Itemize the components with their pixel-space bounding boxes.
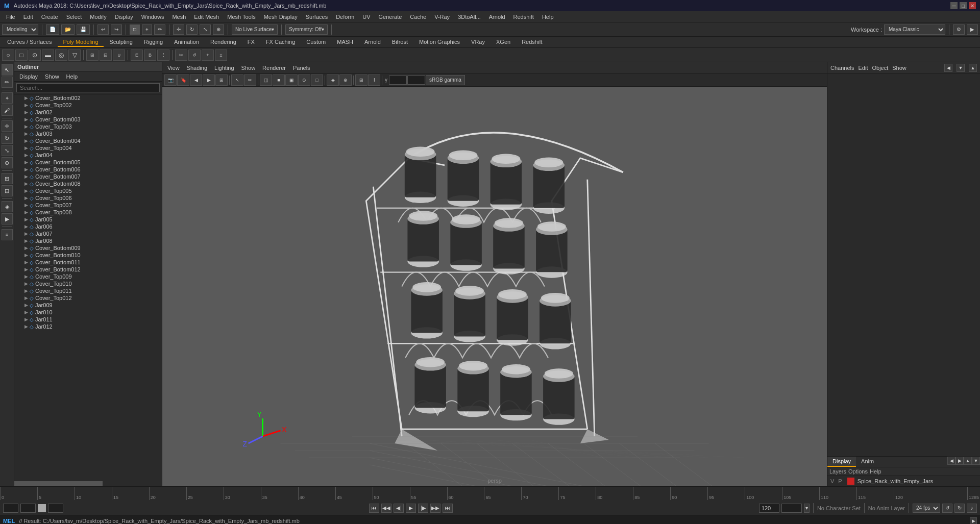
tab-rendering[interactable]: Rendering [205, 38, 241, 47]
viewport-menu-show[interactable]: Show [238, 64, 259, 71]
vp-hud-button[interactable]: Ⅰ [368, 74, 380, 86]
menu-edit-mesh[interactable]: Edit Mesh [190, 13, 223, 21]
outliner-hscrollbar[interactable] [14, 481, 162, 486]
symmetry-button[interactable]: Symmetry: Off ▾ [285, 24, 328, 35]
tree-item-jar005[interactable]: ▶ ◇ Jar005 [14, 216, 162, 223]
rp-channels-label[interactable]: Channels [830, 65, 854, 71]
select-mode-button[interactable]: □ [130, 24, 140, 35]
tab-motion-graphics[interactable]: Motion Graphics [414, 38, 465, 47]
rp-show-label[interactable]: Show [892, 65, 906, 71]
tree-item-cover-bottom004[interactable]: ▶ ◇ Cover_Bottom004 [14, 137, 162, 144]
rp-tab-display[interactable]: Display [827, 457, 856, 467]
timeline-ruler[interactable]: 0 5 10 15 20 25 30 35 40 45 50 55 60 65 … [0, 487, 980, 501]
rotate-button[interactable]: ↻ [186, 24, 198, 35]
tree-item-cover-top007[interactable]: ▶ ◇ Cover_Top007 [14, 202, 162, 209]
shelf-bevel-button[interactable]: B [144, 49, 156, 61]
menu-create[interactable]: Create [37, 13, 62, 21]
tab-redshift[interactable]: Redshift [517, 38, 547, 47]
tree-item-jar012[interactable]: ▶ ◇ Jar012 [14, 323, 162, 330]
shelf-cube-button[interactable]: □ [15, 49, 28, 61]
menu-cache[interactable]: Cache [406, 13, 430, 21]
next-frame-button[interactable]: |▶ [418, 504, 428, 513]
tab-poly-modeling[interactable]: Poly Modeling [58, 38, 103, 47]
viewport-menu-shading[interactable]: Shading [184, 64, 210, 71]
viewport-menu-renderer[interactable]: Renderer [259, 64, 289, 71]
grid-lt-button[interactable]: ⊟ [2, 185, 13, 196]
tree-item-cover-bottom002[interactable]: ▶ ◇ Cover_Bottom002 [14, 94, 162, 102]
tree-item-jar004[interactable]: ▶ ◇ Jar004 [14, 152, 162, 159]
vp-manip-button[interactable]: ⊕ [339, 74, 352, 86]
menu-redshift[interactable]: Redshift [509, 13, 538, 21]
tree-item-cover-top003[interactable]: ▶ ◇ Cover_Top003 [14, 123, 162, 130]
tab-arnold[interactable]: Arnold [359, 38, 386, 47]
tree-item-jar010[interactable]: ▶ ◇ Jar010 [14, 309, 162, 316]
window-controls[interactable]: ─ □ ✕ [950, 2, 976, 9]
shelf-separate-button[interactable]: ⊟ [100, 49, 112, 61]
menu-edit[interactable]: Edit [19, 13, 37, 21]
universal-manip-button[interactable]: ⊕ [213, 24, 224, 35]
tab-xgen[interactable]: XGen [491, 38, 516, 47]
vp-bookmark-button[interactable]: 🔖 [177, 74, 189, 86]
vp-bounding-button[interactable]: □ [311, 74, 323, 86]
vp-prev-view-button[interactable]: ◀ [190, 74, 202, 86]
select-tool-button[interactable]: ↖ [2, 64, 13, 76]
shelf-cylinder-button[interactable]: ⊙ [29, 49, 41, 61]
tab-fx[interactable]: FX [242, 38, 260, 47]
rp-object-label[interactable]: Object [872, 65, 888, 71]
timeline-area[interactable]: 0 5 10 15 20 25 30 35 40 45 50 55 60 65 … [0, 486, 980, 501]
rp-edit-label[interactable]: Edit [858, 65, 868, 71]
tree-item-jar007[interactable]: ▶ ◇ Jar007 [14, 230, 162, 237]
snap-lt-button[interactable]: ⊞ [2, 173, 13, 184]
tree-item-jar008[interactable]: ▶ ◇ Jar008 [14, 237, 162, 244]
tab-mash[interactable]: MASH [332, 38, 358, 47]
tree-item-cover-bottom003[interactable]: ▶ ◇ Cover_Bottom003 [14, 116, 162, 123]
shelf-insert-loop-button[interactable]: + [202, 49, 214, 61]
menu-display[interactable]: Display [111, 13, 137, 21]
tree-item-cover-bottom005[interactable]: ▶ ◇ Cover_Bottom005 [14, 159, 162, 166]
menu-uv[interactable]: UV [358, 13, 374, 21]
vp-frame-button[interactable]: ⊞ [215, 74, 228, 86]
tab-rigging[interactable]: Rigging [139, 38, 168, 47]
shelf-bridge-button[interactable]: ⋮ [157, 49, 169, 61]
mode-dropdown[interactable]: Modeling [2, 24, 38, 35]
viewport-menu-view[interactable]: View [164, 64, 183, 71]
fps-dropdown[interactable]: 24 fps [913, 504, 940, 513]
viewport-menu-panels[interactable]: Panels [290, 64, 313, 71]
rp-tab-anim[interactable]: Anim [856, 457, 879, 467]
rp-arrow-right-button[interactable]: ▶ [955, 457, 964, 465]
tree-item-jar009[interactable]: ▶ ◇ Jar009 [14, 302, 162, 309]
menu-modify[interactable]: Modify [86, 13, 110, 21]
menu-surfaces[interactable]: Surfaces [302, 13, 332, 21]
scale-lt-button[interactable]: ⤡ [2, 145, 13, 156]
rotate-lt-button[interactable]: ↻ [2, 133, 13, 144]
tree-item-jar011[interactable]: ▶ ◇ Jar011 [14, 316, 162, 323]
viewport-canvas[interactable]: X Y Z persp [162, 87, 827, 486]
move-button[interactable]: ✛ [173, 24, 184, 35]
go-end-button[interactable]: ⏭ [443, 504, 453, 513]
anim-start-input[interactable] [759, 504, 779, 513]
menu-file[interactable]: File [2, 13, 19, 21]
universal-lt-button[interactable]: ⊕ [2, 157, 13, 168]
rp-arrow-left-button[interactable]: ◀ [947, 457, 955, 465]
tree-item-cover-bottom006[interactable]: ▶ ◇ Cover_Bottom006 [14, 166, 162, 173]
vp-grid-button[interactable]: ⊞ [355, 74, 368, 86]
frame-end-input[interactable]: 120 [48, 504, 63, 513]
paint-button[interactable]: ✏ [154, 24, 165, 35]
tree-item-cover-bottom012[interactable]: ▶ ◇ Cover_Bottom012 [14, 266, 162, 273]
anim-end-dropdown-button[interactable]: ▾ [804, 504, 810, 513]
no-live-surface-button[interactable]: No Live Surface ▾ [232, 24, 278, 35]
frame-current-input[interactable]: 1 [20, 504, 36, 513]
tree-item-cover-top012[interactable]: ▶ ◇ Cover_Top012 [14, 294, 162, 302]
outliner-menu-show[interactable]: Show [42, 73, 62, 80]
outliner-menu-help[interactable]: Help [63, 73, 81, 80]
menu-mesh-display[interactable]: Mesh Display [260, 13, 302, 21]
layer-color-swatch[interactable] [847, 478, 854, 485]
outliner-search-input[interactable] [16, 83, 160, 92]
tree-item-cover-top009[interactable]: ▶ ◇ Cover_Top009 [14, 273, 162, 280]
tab-curves-surfaces[interactable]: Curves / Surfaces [2, 38, 57, 47]
viewport-menu-lighting[interactable]: Lighting [211, 64, 237, 71]
paint-select-button[interactable]: ✏ [2, 77, 13, 88]
shelf-offset-loop-button[interactable]: ± [215, 49, 227, 61]
shelf-loop-button[interactable]: ↺ [188, 49, 201, 61]
menu-3dtoall[interactable]: 3DtoAll... [454, 13, 485, 21]
